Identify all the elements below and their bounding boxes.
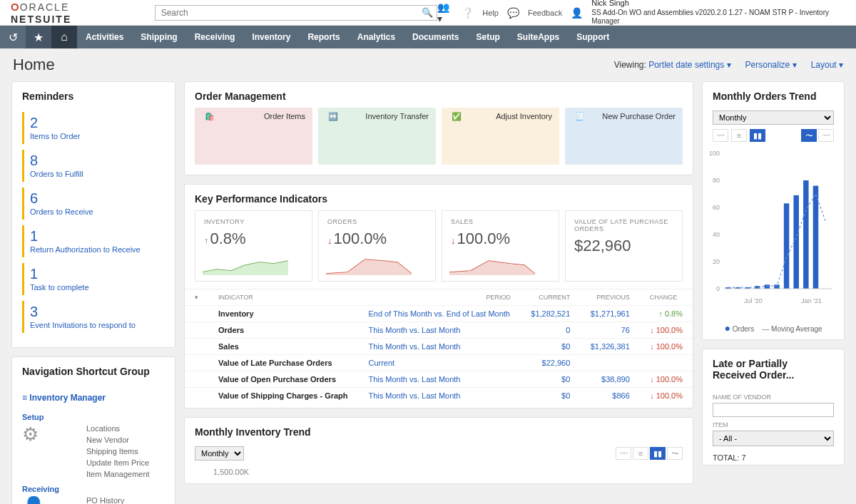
global-search: 🔍 [155, 5, 437, 21]
svg-rect-10 [765, 284, 770, 289]
vendor-input[interactable] [713, 403, 834, 417]
shortcuts-title: Navigation Shortcut Group [12, 357, 175, 383]
logo-netsuite: NETSUITE [11, 14, 71, 25]
chart-area-icon-r[interactable]: 〰 [713, 129, 728, 142]
shortcut-link[interactable]: Shipping Items [86, 446, 150, 458]
shortcuts-icon[interactable]: ★ [26, 26, 51, 48]
chart-bar-icon[interactable]: ▮▮ [650, 447, 666, 460]
kpi-card[interactable]: INVENTORY0.8% [195, 210, 312, 282]
nav-shipping[interactable]: Shipping [132, 26, 185, 48]
kpi-row[interactable]: Value of Shipping Charges - GraphThis Mo… [185, 388, 693, 404]
svg-text:80: 80 [713, 177, 720, 184]
user-name: Nick Singh [591, 0, 845, 9]
feedback-link[interactable]: Feedback [528, 9, 562, 17]
help-link[interactable]: Help [482, 9, 499, 17]
chart-list-icon-r[interactable]: ≡ [731, 129, 747, 142]
item-select[interactable]: - All - [713, 431, 834, 446]
kpi-title: Key Performance Indicators [185, 185, 693, 210]
chart-area-icon[interactable]: 〰 [616, 447, 631, 460]
monthly-inventory-dropdown[interactable]: Monthly [195, 446, 244, 461]
late-orders-portlet: Late or Partially Received Order... NAME… [702, 349, 845, 466]
nav-support[interactable]: Support [568, 26, 618, 48]
chart-combo-icon-r[interactable]: 〜 [801, 129, 817, 142]
svg-text:60: 60 [713, 204, 720, 211]
nav-analytics[interactable]: Analytics [349, 26, 404, 48]
monthly-inventory-title: Monthly Inventory Trend [185, 418, 693, 443]
kpi-row[interactable]: Value of Late Purchase OrdersCurrent$22,… [185, 355, 693, 371]
logo: OORACLE NETSUITE [11, 1, 130, 25]
chart-line-icon-r[interactable]: 〰 [818, 129, 834, 142]
reminder-item[interactable]: 2Items to Order [22, 112, 165, 144]
svg-text:0: 0 [716, 285, 720, 292]
roles-icon[interactable]: 👥▾ [437, 1, 454, 24]
shortcut-heading: Receiving [22, 485, 165, 493]
monthly-orders-title: Monthly Orders Trend [703, 82, 844, 108]
recent-records-icon[interactable]: ↺ [0, 26, 26, 48]
monthly-inventory-portlet: Monthly Inventory Trend Monthly 〰 ≡ ▮▮ 〜… [184, 417, 693, 484]
kpi-row[interactable]: Value of Open Purchase OrdersThis Month … [185, 371, 693, 388]
om-card[interactable]: Inventory Transfer↔️ [318, 108, 436, 165]
svg-text:100: 100 [709, 150, 720, 157]
kpi-row[interactable]: SalesThis Month vs. Last Month$0$1,326,3… [185, 339, 693, 355]
svg-text:Jan '21: Jan '21 [801, 297, 822, 304]
nav-suiteapps[interactable]: SuiteApps [509, 26, 568, 48]
nav-documents[interactable]: Documents [404, 26, 467, 48]
chart-list-icon[interactable]: ≡ [633, 447, 648, 460]
user-icon[interactable]: 👤 [571, 7, 583, 19]
reminder-item[interactable]: 1Task to complete [22, 263, 165, 295]
search-icon[interactable]: 🔍 [422, 7, 433, 18]
vendor-label: NAME OF VENDOR [713, 394, 834, 401]
svg-rect-15 [813, 186, 819, 289]
om-card[interactable]: Adjust Inventory✅ [442, 108, 559, 165]
kpi-row[interactable]: OrdersThis Month vs. Last Month076↓ 100.… [185, 322, 693, 339]
kpi-card[interactable]: SALES100.0% [442, 210, 559, 282]
nav-setup[interactable]: Setup [467, 26, 508, 48]
user-role: SS Add-On WO and Assemblies v2020.2.0 1.… [591, 9, 845, 26]
reminders-title: Reminders [12, 82, 175, 108]
om-card[interactable]: Order Items🛍️ [195, 108, 312, 165]
reminder-item[interactable]: 8Orders to Fulfill [22, 150, 165, 182]
layout-link[interactable]: Layout ▾ [811, 60, 843, 70]
nav-receiving[interactable]: Receiving [186, 26, 244, 48]
reminder-item[interactable]: 1Return Authorization to Receive [22, 225, 165, 257]
kpi-card[interactable]: ORDERS100.0% [318, 210, 436, 282]
search-input[interactable] [155, 5, 437, 21]
user-block[interactable]: Nick Singh SS Add-On WO and Assemblies v… [591, 0, 845, 26]
monthly-orders-dropdown[interactable]: Monthly [713, 110, 834, 125]
home-icon[interactable]: ⌂ [51, 26, 77, 48]
shortcut-link[interactable]: Item Management [86, 469, 150, 480]
oracle-o-icon: O [11, 1, 20, 13]
nav-activities[interactable]: Activities [77, 26, 132, 48]
app-header: OORACLE NETSUITE 🔍 👥▾ ❔ Help 💬 Feedback … [0, 0, 856, 26]
reminders-portlet: Reminders 2Items to Order8Orders to Fulf… [11, 81, 175, 348]
viewing-selector[interactable]: Viewing: Portlet date settings ▾ [614, 60, 731, 70]
shortcut-link[interactable]: Locations [86, 423, 150, 435]
help-icon[interactable]: ❔ [462, 7, 474, 19]
nav-inventory[interactable]: Inventory [243, 26, 299, 48]
page-title: Home [13, 56, 55, 74]
personalize-link[interactable]: Personalize ▾ [745, 60, 797, 70]
late-orders-title: Late or Partially Received Order... [703, 349, 844, 386]
kpi-card[interactable]: VALUE OF LATE PURCHASE ORDERS$22,960 [565, 210, 683, 282]
nav-reports[interactable]: Reports [299, 26, 348, 48]
svg-rect-11 [774, 284, 780, 289]
feedback-icon[interactable]: 💬 [507, 7, 519, 19]
shortcut-link[interactable]: PO History [86, 495, 150, 504]
shortcuts-portlet: Navigation Shortcut Group Inventory Mana… [11, 356, 175, 504]
shortcut-role[interactable]: Inventory Manager [22, 387, 165, 408]
page-subheader: Home Viewing: Portlet date settings ▾ Pe… [0, 48, 856, 81]
shortcut-heading: Setup [22, 413, 165, 421]
shortcut-link[interactable]: New Vendor [86, 435, 150, 446]
logo-oracle: ORACLE [20, 1, 70, 13]
svg-text:Jul '20: Jul '20 [744, 297, 763, 304]
chart-bar-icon-r[interactable]: ▮▮ [750, 129, 765, 142]
om-card[interactable]: New Purchase Order🧾 [565, 108, 683, 165]
kpi-row[interactable]: InventoryEnd of This Month vs. End of La… [185, 306, 693, 322]
svg-text:40: 40 [713, 231, 720, 238]
orders-chart: 020406080100Jul '20Jan '21 [707, 149, 835, 313]
reminder-item[interactable]: 3Event Invitations to respond to [22, 301, 165, 333]
shortcut-link[interactable]: Update Item Price [86, 458, 150, 469]
chart-line-icon[interactable]: 〜 [667, 447, 683, 460]
reminder-item[interactable]: 6Orders to Receive [22, 187, 165, 220]
om-card-icon: ↔️ [328, 112, 429, 159]
